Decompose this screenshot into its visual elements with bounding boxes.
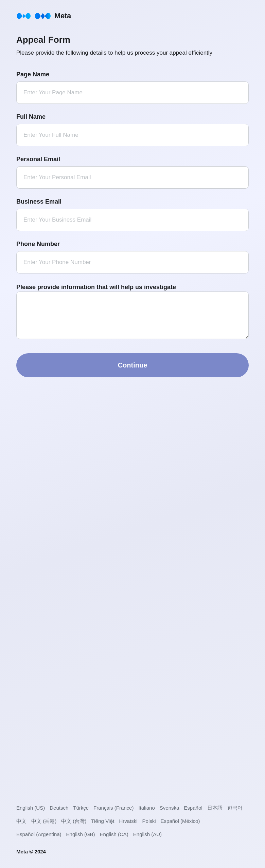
meta-logo-icon bbox=[16, 11, 31, 21]
language-item[interactable]: Tiếng Việt bbox=[91, 815, 119, 828]
language-item[interactable]: English (CA) bbox=[100, 828, 133, 841]
language-item[interactable]: English (US) bbox=[16, 801, 50, 815]
investigate-group: Please provide information that will hel… bbox=[16, 283, 249, 340]
language-item[interactable]: Español (Argentina) bbox=[16, 828, 66, 841]
meta-logo-svg bbox=[34, 11, 52, 21]
header: Meta bbox=[0, 0, 265, 29]
language-item[interactable]: Türkçe bbox=[73, 801, 93, 815]
language-item[interactable]: 日本語 bbox=[207, 801, 227, 815]
page-name-input[interactable] bbox=[16, 81, 249, 104]
page-name-group: Page Name bbox=[16, 71, 249, 104]
full-name-input[interactable] bbox=[16, 124, 249, 146]
business-email-label: Business Email bbox=[16, 198, 249, 205]
continue-button[interactable]: Continue bbox=[16, 353, 249, 377]
language-item[interactable]: Español (México) bbox=[161, 815, 205, 828]
page-name-label: Page Name bbox=[16, 71, 249, 78]
phone-number-input[interactable] bbox=[16, 251, 249, 273]
language-item[interactable]: Hrvatski bbox=[119, 815, 142, 828]
language-item[interactable]: Svenska bbox=[160, 801, 184, 815]
business-email-input[interactable] bbox=[16, 209, 249, 231]
language-item[interactable]: Español bbox=[184, 801, 207, 815]
language-item[interactable]: English (GB) bbox=[66, 828, 100, 841]
full-name-group: Full Name bbox=[16, 113, 249, 146]
investigate-textarea[interactable] bbox=[16, 291, 249, 339]
phone-number-group: Phone Number bbox=[16, 241, 249, 273]
footer: English (US)DeutschTürkçeFrançais (Franc… bbox=[0, 801, 265, 854]
investigate-label: Please provide information that will hel… bbox=[16, 284, 176, 290]
business-email-group: Business Email bbox=[16, 198, 249, 231]
personal-email-group: Personal Email bbox=[16, 156, 249, 189]
meta-logo: Meta bbox=[16, 11, 249, 21]
full-name-label: Full Name bbox=[16, 113, 249, 120]
language-item[interactable]: Français (France) bbox=[93, 801, 138, 815]
language-item[interactable]: English (AU) bbox=[133, 828, 166, 841]
language-item[interactable]: Deutsch bbox=[50, 801, 73, 815]
language-item[interactable]: Polski bbox=[142, 815, 161, 828]
language-item[interactable]: 中文 bbox=[16, 815, 31, 828]
language-item[interactable]: 中文 (台灣) bbox=[61, 815, 91, 828]
phone-number-label: Phone Number bbox=[16, 241, 249, 248]
language-item[interactable]: 中文 (香港) bbox=[31, 815, 61, 828]
copyright: Meta © 2024 bbox=[16, 849, 249, 854]
language-item[interactable]: Italiano bbox=[138, 801, 159, 815]
appeal-form: Page Name Full Name Personal Email Busin… bbox=[16, 71, 249, 394]
page-wrapper: Meta Appeal Form Please provide the foll… bbox=[0, 0, 265, 868]
main-content: Appeal Form Please provide the following… bbox=[0, 29, 265, 801]
language-grid: English (US)DeutschTürkçeFrançais (Franc… bbox=[16, 801, 249, 841]
personal-email-input[interactable] bbox=[16, 166, 249, 189]
language-item[interactable]: 한국어 bbox=[227, 801, 247, 815]
personal-email-label: Personal Email bbox=[16, 156, 249, 163]
form-title: Appeal Form bbox=[16, 35, 249, 45]
form-subtitle: Please provide the following details to … bbox=[16, 49, 249, 57]
meta-logo-text: Meta bbox=[54, 12, 71, 20]
